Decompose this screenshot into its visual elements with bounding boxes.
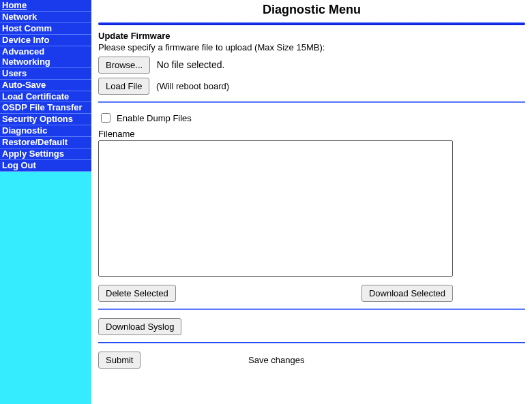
nav-log-out[interactable]: Log Out: [0, 160, 91, 172]
browse-button[interactable]: Browse...: [98, 57, 150, 74]
nav-menu: Home Network Host Comm Device Info Advan…: [0, 0, 91, 172]
nav-restore-default[interactable]: Restore/Default: [0, 137, 91, 149]
nav-diagnostic[interactable]: Diagnostic: [0, 125, 91, 137]
nav-security-options[interactable]: Security Options: [0, 114, 91, 125]
nav-osdp-file-transfer[interactable]: OSDP File Transfer: [0, 102, 91, 114]
update-firmware-heading: Update Firmware: [98, 31, 525, 41]
load-file-button[interactable]: Load File: [98, 78, 149, 95]
main-content: Diagnostic Menu Update Firmware Please s…: [91, 0, 532, 404]
nav-users[interactable]: Users: [0, 68, 91, 80]
nav-auto-save[interactable]: Auto-Save: [0, 80, 91, 91]
delete-selected-button[interactable]: Delete Selected: [98, 285, 176, 302]
sidebar: Home Network Host Comm Device Info Advan…: [0, 0, 91, 404]
nav-load-certificate[interactable]: Load Certificate: [0, 91, 91, 103]
nav-apply-settings[interactable]: Apply Settings: [0, 149, 91, 160]
nav-device-info[interactable]: Device Info: [0, 35, 91, 46]
divider-2: [98, 309, 525, 310]
enable-dump-files-checkbox[interactable]: [101, 113, 110, 123]
title-rule: [98, 22, 525, 25]
divider-1: [98, 102, 525, 103]
nav-host-comm[interactable]: Host Comm: [0, 23, 91, 35]
nav-advanced-networking[interactable]: Advanced Networking: [0, 46, 91, 68]
update-firmware-hint: Please specify a firmware file to upload…: [98, 42, 525, 52]
download-syslog-button[interactable]: Download Syslog: [98, 318, 181, 335]
nav-home[interactable]: Home: [0, 0, 91, 12]
enable-dump-files-label: Enable Dump Files: [117, 113, 192, 123]
nav-network[interactable]: Network: [0, 12, 91, 23]
page-title: Diagnostic Menu: [98, 3, 525, 17]
filename-label: Filename: [98, 129, 525, 139]
dump-file-list[interactable]: [98, 140, 453, 277]
download-selected-button[interactable]: Download Selected: [361, 285, 453, 302]
divider-3: [98, 342, 525, 343]
load-file-note: (Will reboot board): [156, 81, 229, 91]
save-changes-label: Save changes: [141, 355, 412, 365]
file-status: No file selected.: [157, 59, 225, 70]
submit-button[interactable]: Submit: [98, 352, 141, 369]
